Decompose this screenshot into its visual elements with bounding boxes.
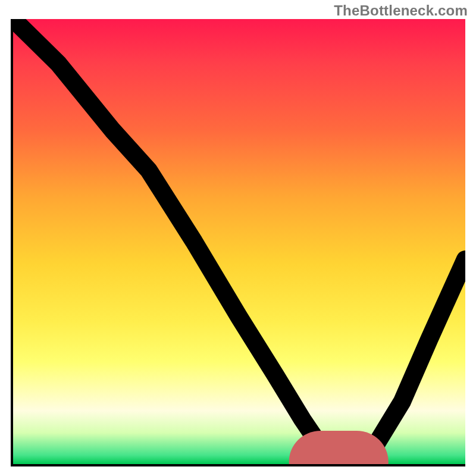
chart-root: TheBottleneck.com (0, 0, 476, 476)
bottleneck-curve (13, 19, 465, 460)
plot-area (11, 19, 465, 466)
watermark: TheBottleneck.com (334, 2, 468, 19)
curve-svg (13, 19, 465, 464)
